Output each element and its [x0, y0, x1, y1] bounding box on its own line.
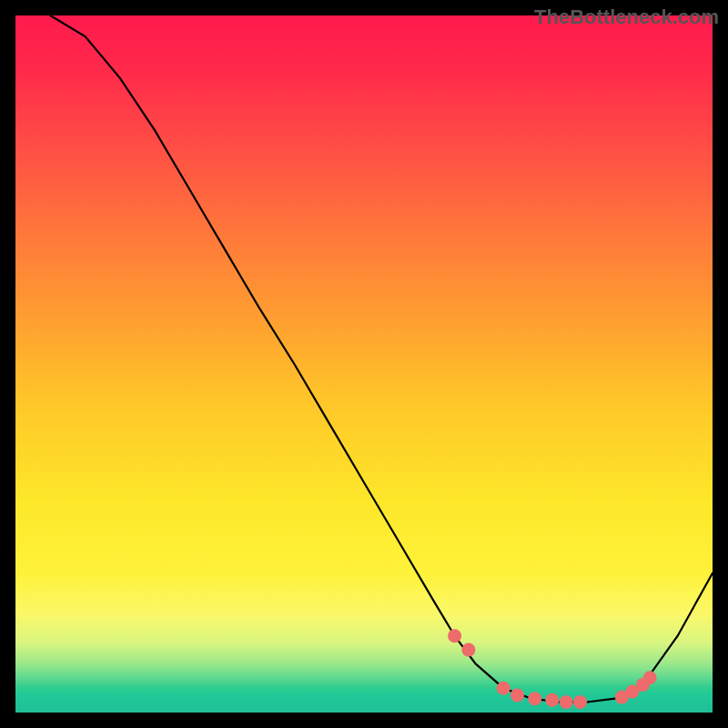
marker-dot — [573, 695, 587, 709]
chart-svg — [15, 15, 713, 713]
marker-dot — [511, 688, 524, 702]
marker-dot — [448, 629, 461, 642]
plot-area — [15, 15, 713, 713]
highlight-markers — [448, 629, 656, 709]
watermark-text: TheBottleneck.com — [534, 5, 719, 29]
marker-dot — [643, 671, 657, 684]
bottleneck-curve — [50, 15, 713, 703]
marker-dot — [461, 643, 475, 657]
marker-dot — [497, 682, 511, 695]
marker-dot — [545, 693, 559, 707]
marker-dot — [560, 695, 573, 709]
marker-dot — [528, 692, 541, 705]
